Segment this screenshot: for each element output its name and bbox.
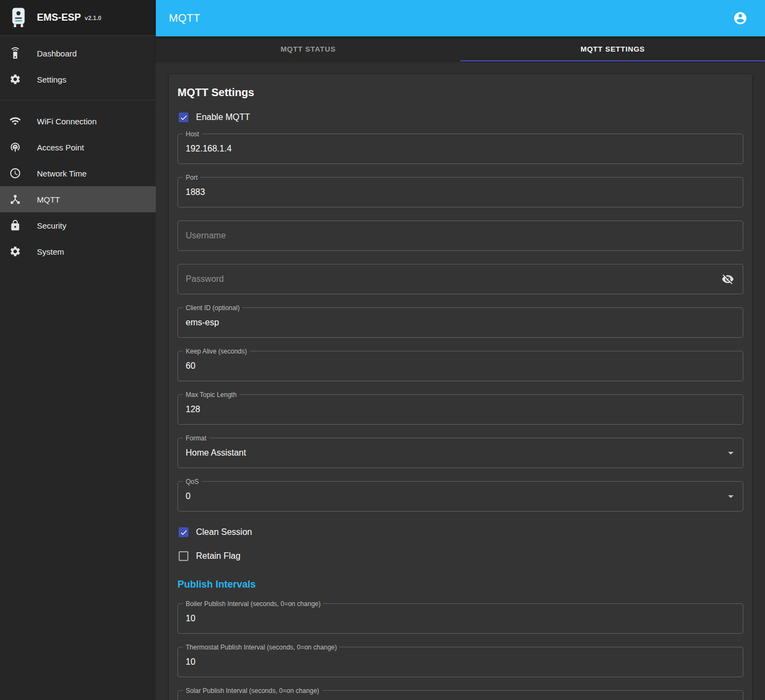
- page-title: MQTT: [169, 12, 728, 24]
- boiler-publish-interval-field: Boiler Publish Interval (seconds, 0=on c…: [178, 603, 743, 634]
- retain-flag-checkbox-row[interactable]: Retain Flag: [179, 548, 743, 564]
- sidebar-item-system[interactable]: System: [0, 238, 156, 264]
- thermostat-publish-interval-label: Thermostat Publish Interval (seconds, 0=…: [183, 643, 339, 652]
- client-id-input[interactable]: [178, 308, 743, 337]
- password-field: [178, 264, 743, 294]
- client-id-label: Client ID (optional): [183, 304, 242, 312]
- port-input[interactable]: [178, 178, 743, 207]
- qos-select[interactable]: QoS 0: [178, 481, 743, 512]
- sidebar-item-label: MQTT: [37, 195, 60, 204]
- sidebar-item-label: Access Point: [37, 143, 84, 152]
- sidebar-header: EMS-ESP v2.1.0: [0, 0, 156, 36]
- mqtt-icon: [9, 193, 22, 206]
- username-field: [178, 220, 743, 251]
- system-gear-icon: [9, 245, 22, 258]
- app-version: v2.1.0: [85, 15, 102, 21]
- sidebar-item-access-point[interactable]: Access Point: [0, 134, 156, 160]
- wifi-icon: [9, 115, 22, 128]
- checkbox-checked-icon[interactable]: [179, 112, 188, 122]
- format-select[interactable]: Format Home Assistant: [178, 438, 743, 468]
- tab-mqtt-status[interactable]: MQTT STATUS: [156, 36, 460, 61]
- clean-session-label: Clean Session: [196, 527, 252, 537]
- toggle-password-visibility-button[interactable]: [718, 270, 737, 289]
- sidebar-divider: [0, 100, 156, 100]
- port-label: Port: [183, 173, 200, 182]
- client-id-field: Client ID (optional): [178, 307, 743, 338]
- clock-icon: [9, 167, 22, 180]
- sidebar-item-label: System: [37, 247, 64, 256]
- sidebar-item-security[interactable]: Security: [0, 212, 156, 238]
- format-label: Format: [183, 434, 209, 443]
- thermostat-publish-interval-field: Thermostat Publish Interval (seconds, 0=…: [178, 647, 743, 677]
- chevron-down-icon: [724, 446, 737, 459]
- sidebar-item-label: Dashboard: [37, 49, 77, 58]
- sidebar-item-wifi-connection[interactable]: WiFi Connection: [0, 108, 156, 134]
- gear-icon: [9, 73, 22, 86]
- host-field: Host: [178, 134, 743, 164]
- qos-label: QoS: [183, 477, 201, 486]
- keep-alive-label: Keep Alive (seconds): [183, 347, 250, 356]
- account-button[interactable]: [728, 7, 752, 30]
- sidebar-item-settings[interactable]: Settings: [0, 66, 156, 92]
- tab-bar: MQTT STATUS MQTT SETTINGS: [156, 36, 765, 61]
- tab-mqtt-settings[interactable]: MQTT SETTINGS: [460, 36, 765, 61]
- sidebar-item-label: WiFi Connection: [37, 117, 97, 126]
- format-selected-value: Home Assistant: [186, 448, 724, 458]
- boiler-publish-interval-label: Boiler Publish Interval (seconds, 0=on c…: [183, 600, 323, 608]
- card-heading: MQTT Settings: [178, 86, 743, 99]
- keep-alive-field: Keep Alive (seconds): [178, 351, 743, 381]
- content-area: MQTT Settings Enable MQTT Host Port: [156, 61, 765, 700]
- app-title: EMS-ESP: [37, 12, 81, 23]
- sidebar-item-dashboard[interactable]: Dashboard: [0, 40, 156, 66]
- sidebar-item-label: Security: [37, 221, 66, 230]
- enable-mqtt-checkbox-row[interactable]: Enable MQTT: [179, 110, 743, 125]
- username-input[interactable]: [178, 221, 743, 250]
- main-area: MQTT MQTT STATUS MQTT SETTINGS MQTT Sett…: [156, 0, 765, 700]
- clean-session-checkbox-row[interactable]: Clean Session: [179, 525, 743, 540]
- visibility-off-icon: [722, 273, 734, 286]
- appbar: MQTT: [156, 0, 765, 36]
- checkbox-unchecked-icon[interactable]: [179, 551, 188, 561]
- dashboard-icon: [9, 47, 22, 60]
- tab-indicator: [460, 60, 765, 61]
- thermostat-publish-interval-input[interactable]: [178, 647, 743, 677]
- retain-flag-label: Retain Flag: [196, 551, 241, 561]
- publish-intervals-heading: Publish Intervals: [178, 579, 743, 590]
- app-logo-icon: [8, 5, 29, 30]
- checkbox-checked-icon[interactable]: [179, 527, 188, 537]
- keep-alive-input[interactable]: [178, 351, 743, 381]
- sidebar-item-mqtt[interactable]: MQTT: [0, 186, 156, 212]
- chevron-down-icon: [724, 490, 737, 503]
- solar-publish-interval-field: Solar Publish Interval (seconds, 0=on ch…: [178, 690, 743, 700]
- sidebar: EMS-ESP v2.1.0 Dashboard Settings WiFi C…: [0, 0, 156, 700]
- host-input[interactable]: [178, 134, 743, 163]
- sidebar-item-label: Settings: [37, 75, 66, 84]
- sidebar-nav-secondary: WiFi Connection Access Point Network Tim…: [0, 104, 156, 269]
- enable-mqtt-label: Enable MQTT: [196, 112, 250, 122]
- boiler-publish-interval-input[interactable]: [178, 604, 743, 633]
- max-topic-length-input[interactable]: [178, 395, 743, 424]
- mqtt-settings-card: MQTT Settings Enable MQTT Host Port: [169, 74, 752, 700]
- sidebar-item-network-time[interactable]: Network Time: [0, 160, 156, 186]
- lock-icon: [9, 219, 22, 232]
- port-field: Port: [178, 177, 743, 207]
- host-label: Host: [183, 130, 202, 138]
- password-input[interactable]: [178, 264, 743, 294]
- access-point-icon: [9, 141, 22, 154]
- max-topic-length-field: Max Topic Length: [178, 394, 743, 425]
- qos-selected-value: 0: [186, 491, 724, 501]
- sidebar-item-label: Network Time: [37, 169, 87, 178]
- account-circle-icon: [733, 11, 748, 26]
- max-topic-length-label: Max Topic Length: [183, 390, 239, 399]
- solar-publish-interval-label: Solar Publish Interval (seconds, 0=on ch…: [183, 686, 322, 695]
- sidebar-nav-primary: Dashboard Settings: [0, 36, 156, 97]
